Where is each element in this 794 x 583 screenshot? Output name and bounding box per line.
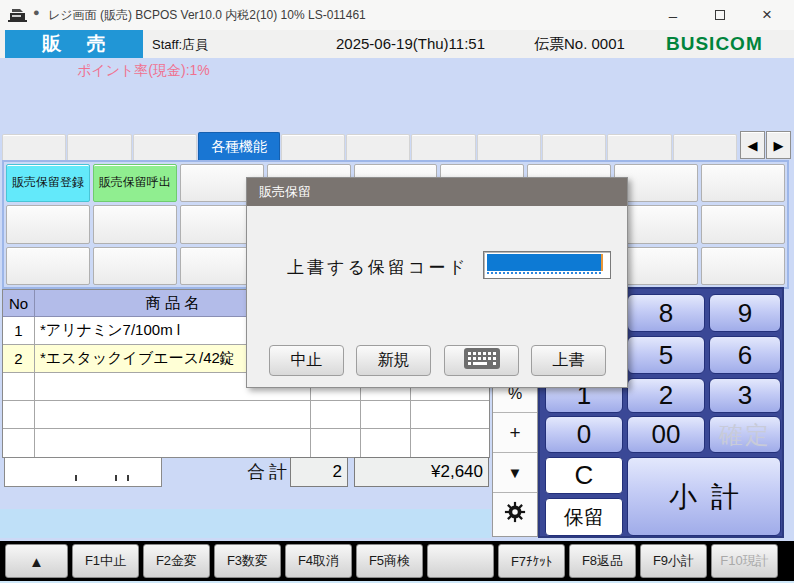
status-dot-icon: ● [33, 6, 40, 18]
tab-empty-9[interactable] [607, 134, 671, 161]
tab-empty-7[interactable] [477, 134, 541, 161]
comma-placeholder [115, 475, 117, 481]
key-00[interactable]: 00 [627, 416, 705, 453]
grid-button-empty[interactable] [701, 247, 785, 285]
sales-hold-dialog: 販売保留 上書する保留コード 中止 新規 上書 [246, 177, 628, 388]
dialog-cancel-button[interactable]: 中止 [269, 345, 344, 376]
side-tool-strip: % + ▼ [492, 374, 538, 537]
mode-label: 販 売 [5, 30, 143, 58]
fkey-f10-cash-total[interactable]: F10現計 [711, 544, 778, 578]
keyboard-icon [464, 348, 500, 373]
table-row-empty [3, 401, 489, 429]
hold-recall-button[interactable]: 販売保留呼出 [93, 164, 177, 202]
scroll-down-button[interactable]: ▼ [493, 453, 537, 493]
header-bar: 販 売 Staff:店員 2025-06-19(Thu)11:51 伝票No. … [0, 30, 794, 58]
input-selection [487, 254, 601, 271]
comma-placeholder [75, 475, 77, 481]
hold-code-label: 上書する保留コード [287, 256, 469, 279]
plus-button[interactable]: + [493, 413, 537, 453]
key-9[interactable]: 9 [709, 294, 781, 332]
pos-window: ● レジ画面 (販売) BCPOS Ver10.0 内税2(10) 10% LS… [0, 0, 794, 583]
fkey-f1-cancel[interactable]: F1中止 [72, 544, 139, 578]
fkey-f6-empty[interactable] [427, 544, 494, 578]
close-button[interactable]: × [744, 0, 790, 30]
fkey-f8-return[interactable]: F8返品 [569, 544, 636, 578]
dialog-new-button[interactable]: 新規 [356, 345, 431, 376]
subtotal-key[interactable]: 小計 [627, 457, 781, 536]
grid-button-empty[interactable] [6, 205, 90, 243]
tab-empty-2[interactable] [67, 134, 131, 161]
total-amount-display: ¥2,640 [354, 457, 489, 487]
clear-key[interactable]: C [545, 457, 623, 494]
column-header-no: No [3, 290, 35, 316]
grid-button-empty[interactable] [701, 205, 785, 243]
amount-entry-field[interactable] [4, 457, 162, 487]
key-0[interactable]: 0 [545, 416, 623, 453]
maximize-icon [715, 10, 725, 20]
key-6[interactable]: 6 [709, 336, 781, 374]
function-key-bar: ▲ F1中止 F2金変 F3数変 F4取消 F5商検 F7ﾁｹｯﾄ F8返品 F… [0, 541, 794, 581]
tab-empty-10[interactable] [673, 134, 737, 161]
key-5[interactable]: 5 [627, 336, 705, 374]
tab-empty-4[interactable] [281, 134, 345, 161]
row-no: 2 [3, 345, 35, 372]
staff-label: Staff:店員 [152, 36, 208, 54]
message-strip [0, 509, 491, 538]
tab-empty-6[interactable] [411, 134, 475, 161]
fkey-f7-ticket[interactable]: F7ﾁｹｯﾄ [498, 544, 565, 578]
grid-button-empty[interactable] [701, 164, 785, 202]
gear-icon [504, 501, 526, 527]
hold-key[interactable]: 保留 [545, 498, 623, 536]
fkey-f3-qty-change[interactable]: F3数変 [214, 544, 281, 578]
window-title: レジ画面 (販売) BCPOS Ver10.0 内税2(10) 10% LS-0… [48, 7, 366, 24]
brand-logo: BUSICOM [666, 33, 763, 55]
tab-empty-1[interactable] [2, 134, 66, 161]
settings-button[interactable] [493, 493, 537, 535]
pos-printer-icon [8, 7, 27, 27]
dialog-overwrite-button[interactable]: 上書 [531, 345, 606, 376]
tab-scroll-left-button[interactable]: ◀ [740, 131, 765, 159]
fkey-f4-void[interactable]: F4取消 [285, 544, 352, 578]
comma-placeholder [127, 475, 129, 481]
maximize-button[interactable] [697, 0, 743, 30]
dialog-keyboard-button[interactable] [444, 345, 519, 376]
key-3[interactable]: 3 [709, 378, 781, 413]
point-rate-notice: ポイント率(現金):1% [77, 62, 210, 80]
tab-empty-3[interactable] [133, 134, 197, 161]
key-8[interactable]: 8 [627, 294, 705, 332]
input-baseline-dots [487, 272, 601, 274]
grid-button-empty[interactable] [93, 247, 177, 285]
confirm-key[interactable]: 確定 [709, 416, 781, 453]
total-label: 合計 [247, 460, 291, 484]
text-caret [601, 254, 603, 271]
fkey-f2-price-change[interactable]: F2金変 [143, 544, 210, 578]
tab-various-functions[interactable]: 各種機能 [198, 132, 280, 161]
grid-button-empty[interactable] [6, 247, 90, 285]
grid-button-empty[interactable] [93, 205, 177, 243]
minimize-button[interactable]: – [650, 0, 696, 30]
right-arrow-icon: ▶ [774, 138, 784, 153]
fkey-up-button[interactable]: ▲ [5, 544, 68, 578]
left-arrow-icon: ◀ [748, 138, 758, 153]
table-row-empty [3, 429, 489, 457]
key-2[interactable]: 2 [627, 378, 705, 413]
dialog-title: 販売保留 [247, 178, 627, 206]
slip-number-label: 伝票No. 0001 [534, 35, 625, 54]
tab-empty-8[interactable] [542, 134, 606, 161]
datetime-label: 2025-06-19(Thu)11:51 [336, 35, 485, 52]
fkey-f5-item-search[interactable]: F5商検 [356, 544, 423, 578]
tab-bar: 各種機能 [2, 134, 737, 161]
fkey-f9-subtotal[interactable]: F9小計 [640, 544, 707, 578]
tab-scroll-right-button[interactable]: ▶ [766, 131, 791, 159]
titlebar: ● レジ画面 (販売) BCPOS Ver10.0 内税2(10) 10% LS… [0, 0, 794, 30]
hold-register-button[interactable]: 販売保留登録 [6, 164, 90, 202]
hold-code-input[interactable] [483, 251, 611, 279]
tab-empty-5[interactable] [346, 134, 410, 161]
total-count-display: 2 [290, 457, 348, 487]
row-no: 1 [3, 317, 35, 344]
